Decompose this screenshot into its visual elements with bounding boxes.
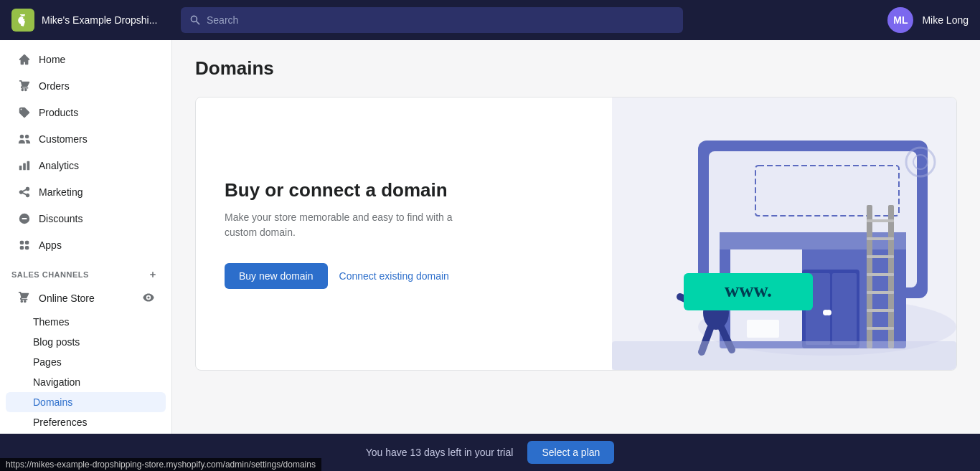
domain-card: Buy or connect a domain Make your store … bbox=[195, 97, 957, 371]
svg-rect-33 bbox=[612, 341, 956, 370]
avatar[interactable]: ML bbox=[887, 7, 913, 33]
sidebar-item-navigation[interactable]: Navigation bbox=[0, 372, 171, 392]
domain-illustration: www. bbox=[612, 97, 956, 370]
domain-heading: Buy or connect a domain bbox=[225, 179, 583, 201]
sidebar-item-label: Customers bbox=[39, 133, 88, 145]
marketing-icon bbox=[17, 185, 32, 199]
topbar: Mike's Example Dropshi... ML Mike Long bbox=[0, 0, 980, 40]
sidebar-item-products[interactable]: Products bbox=[6, 100, 166, 125]
topbar-logo: Mike's Example Dropshi... bbox=[11, 9, 169, 32]
sidebar-item-customers[interactable]: Customers bbox=[6, 126, 166, 152]
main-content: Domains Buy or connect a domain Make you… bbox=[172, 40, 980, 434]
sidebar-item-marketing[interactable]: Marketing bbox=[6, 179, 166, 205]
online-store-subitems: Themes Blog posts Pages Navigation Domai… bbox=[0, 312, 171, 432]
status-bar-url: https://mikes-example-dropshipping-store… bbox=[0, 458, 321, 471]
sidebar-item-domains[interactable]: Domains bbox=[6, 392, 166, 412]
online-store-icon bbox=[17, 291, 32, 305]
search-icon bbox=[189, 14, 201, 26]
svg-rect-25 bbox=[867, 237, 894, 240]
svg-rect-24 bbox=[867, 219, 894, 222]
apps-icon bbox=[17, 238, 32, 252]
online-store-label: Online Store bbox=[39, 292, 136, 304]
sidebar-item-label: Orders bbox=[39, 80, 70, 92]
svg-text:www.: www. bbox=[725, 279, 772, 301]
sidebar-item-label: Products bbox=[39, 107, 78, 118]
sidebar-item-label: Apps bbox=[39, 239, 62, 251]
sidebar-item-analytics[interactable]: Analytics bbox=[6, 153, 166, 179]
domain-actions: Buy new domain Connect existing domain bbox=[225, 263, 583, 289]
svg-rect-26 bbox=[867, 255, 894, 258]
search-input[interactable] bbox=[207, 14, 674, 26]
sidebar-item-themes[interactable]: Themes bbox=[0, 312, 171, 332]
search-bar[interactable] bbox=[181, 7, 683, 33]
svg-rect-29 bbox=[867, 309, 894, 312]
shopify-logo bbox=[11, 9, 34, 32]
select-plan-button[interactable]: Select a plan bbox=[527, 441, 614, 464]
home-icon bbox=[17, 52, 32, 67]
sidebar-item-label: Marketing bbox=[39, 186, 83, 198]
products-icon bbox=[17, 105, 32, 120]
buy-domain-button[interactable]: Buy new domain bbox=[225, 263, 328, 289]
page-title: Domains bbox=[195, 57, 957, 80]
connect-domain-button[interactable]: Connect existing domain bbox=[339, 270, 449, 282]
domain-subtext: Make your store memorable and easy to fi… bbox=[225, 210, 468, 240]
domain-card-left: Buy or connect a domain Make your store … bbox=[196, 97, 612, 370]
layout: Home Orders Products Customers bbox=[0, 40, 980, 434]
svg-rect-27 bbox=[867, 273, 894, 276]
trial-text: You have 13 days left in your trial bbox=[366, 447, 514, 458]
analytics-icon bbox=[17, 158, 32, 173]
sidebar-item-online-store[interactable]: Online Store bbox=[6, 285, 166, 311]
add-sales-channel-button[interactable] bbox=[146, 267, 160, 282]
topbar-right: ML Mike Long bbox=[887, 7, 969, 33]
customers-icon bbox=[17, 132, 32, 146]
sidebar-item-label: Discounts bbox=[39, 213, 83, 224]
svg-rect-9 bbox=[720, 232, 906, 249]
sidebar-item-apps[interactable]: Apps bbox=[6, 232, 166, 258]
orders-icon bbox=[17, 79, 32, 93]
user-name: Mike Long bbox=[922, 14, 969, 26]
sidebar: Home Orders Products Customers bbox=[0, 40, 172, 434]
svg-point-11 bbox=[826, 310, 831, 315]
svg-rect-12 bbox=[747, 320, 779, 338]
sidebar-item-orders[interactable]: Orders bbox=[6, 73, 166, 99]
svg-rect-30 bbox=[867, 327, 894, 330]
sidebar-item-label: Home bbox=[39, 54, 65, 65]
sales-channels-header: SALES CHANNELS bbox=[0, 259, 171, 285]
sidebar-item-preferences[interactable]: Preferences bbox=[0, 412, 171, 432]
store-name: Mike's Example Dropshi... bbox=[42, 14, 157, 26]
sidebar-item-home[interactable]: Home bbox=[6, 47, 166, 72]
sidebar-item-label: Analytics bbox=[39, 160, 79, 171]
sidebar-item-pages[interactable]: Pages bbox=[0, 352, 171, 372]
sidebar-item-discounts[interactable]: Discounts bbox=[6, 206, 166, 232]
svg-rect-28 bbox=[867, 291, 894, 294]
svg-rect-8 bbox=[832, 273, 857, 345]
eye-icon[interactable] bbox=[143, 292, 154, 305]
discounts-icon bbox=[17, 211, 32, 226]
sidebar-item-blog-posts[interactable]: Blog posts bbox=[0, 332, 171, 352]
